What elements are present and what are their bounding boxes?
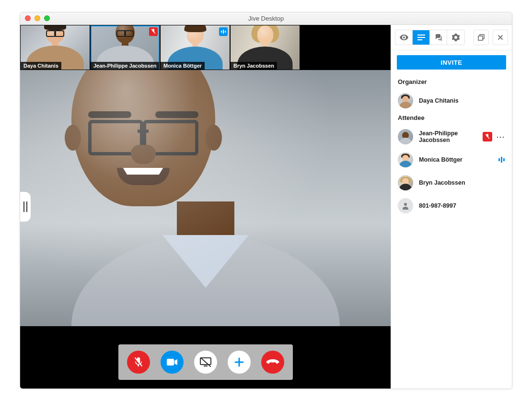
- window-controls: [25, 15, 50, 21]
- participant-name: Bryn Jacobssen: [419, 179, 465, 186]
- participant-thumb[interactable]: Jean-Philippe Jacobssen: [91, 25, 160, 70]
- screenshare-button[interactable]: [194, 351, 217, 374]
- title-bar: Jive Desktop: [20, 12, 512, 25]
- tab-settings[interactable]: [447, 30, 464, 45]
- attendee-row[interactable]: Monica Böttger: [391, 148, 512, 171]
- svg-rect-9: [417, 39, 422, 40]
- attendee-heading: Attendee: [391, 112, 512, 125]
- svg-rect-7: [417, 35, 425, 35]
- svg-point-15: [404, 203, 407, 206]
- app-window: Jive Desktop Daya Chitanis: [20, 12, 512, 389]
- panel-toolbar: [391, 25, 512, 50]
- participant-thumb[interactable]: Monica Böttger: [161, 25, 230, 70]
- add-participant-button[interactable]: [228, 351, 251, 374]
- muted-badge-icon: [149, 27, 158, 36]
- participant-thumb[interactable]: Daya Chitanis: [21, 25, 90, 70]
- tab-view[interactable]: [395, 30, 413, 45]
- organizer-heading: Organizer: [391, 76, 512, 89]
- svg-rect-1: [223, 30, 224, 34]
- more-options-button[interactable]: ⋯: [496, 132, 505, 141]
- popout-button[interactable]: [474, 30, 489, 45]
- participant-thumb[interactable]: Bryn Jacobssen: [231, 25, 300, 70]
- svg-point-6: [403, 36, 405, 38]
- avatar: [398, 175, 413, 190]
- minimize-window[interactable]: [35, 15, 40, 21]
- thumb-name: Monica Böttger: [161, 62, 205, 70]
- filmstrip: Daya Chitanis Jean-Philippe Jacobssen: [20, 25, 391, 70]
- svg-rect-11: [478, 36, 483, 40]
- close-panel-button[interactable]: [493, 30, 508, 45]
- participants-panel: INVITE Organizer Daya Chitanis Attendee …: [391, 25, 512, 389]
- svg-rect-5: [204, 366, 208, 366]
- participant-name: Monica Böttger: [419, 156, 463, 163]
- svg-rect-3: [167, 359, 174, 366]
- svg-rect-2: [225, 31, 226, 33]
- svg-rect-14: [503, 158, 505, 161]
- tab-chat[interactable]: [430, 30, 447, 45]
- attendee-row[interactable]: Bryn Jacobssen: [391, 171, 512, 194]
- avatar: [398, 93, 413, 108]
- thumb-name: Bryn Jacobssen: [231, 62, 277, 70]
- person-icon: [402, 202, 409, 210]
- hangup-button[interactable]: [261, 351, 284, 374]
- invite-button[interactable]: INVITE: [397, 55, 506, 70]
- organizer-row[interactable]: Daya Chitanis: [391, 89, 512, 112]
- active-speaker-avatar: [71, 70, 340, 326]
- thumb-name: Jean-Philippe Jacobssen: [91, 62, 159, 70]
- svg-rect-13: [501, 157, 502, 163]
- sidebar-collapse-handle[interactable]: [20, 192, 31, 222]
- avatar: [398, 198, 413, 213]
- participant-name: Jean-Philippe Jacobssen: [419, 130, 477, 143]
- close-window[interactable]: [25, 15, 31, 21]
- mic-toggle-button[interactable]: [127, 351, 150, 374]
- muted-icon: [483, 132, 492, 142]
- participant-name: 801-987-8997: [419, 202, 456, 209]
- avatar: [398, 129, 413, 144]
- window-title: Jive Desktop: [248, 15, 284, 22]
- call-controls: [118, 344, 293, 380]
- svg-rect-0: [221, 31, 222, 33]
- svg-rect-8: [417, 37, 425, 38]
- tab-participants[interactable]: [413, 30, 430, 45]
- avatar: [398, 152, 413, 167]
- attendee-row[interactable]: Jean-Philippe Jacobssen ⋯: [391, 125, 512, 148]
- active-speaker-video: [20, 70, 391, 326]
- attendee-row[interactable]: 801-987-8997: [391, 194, 512, 217]
- panel-tabs: [395, 30, 465, 45]
- participant-name: Daya Chitanis: [419, 97, 459, 104]
- svg-rect-12: [498, 158, 500, 161]
- thumb-name: Daya Chitanis: [21, 62, 61, 70]
- zoom-window[interactable]: [44, 15, 50, 21]
- speaking-badge-icon: [219, 27, 228, 36]
- camera-toggle-button[interactable]: [161, 351, 184, 374]
- video-area: Daya Chitanis Jean-Philippe Jacobssen: [20, 25, 391, 389]
- speaking-icon: [498, 157, 505, 163]
